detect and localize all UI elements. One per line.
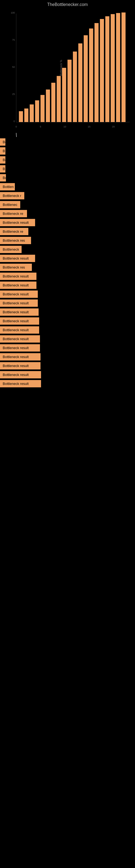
list-item: Bottleneck result: [0, 362, 135, 369]
list-item: B: [0, 147, 135, 155]
list-item: B: [0, 165, 135, 173]
svg-rect-18: [94, 23, 98, 122]
svg-rect-22: [116, 13, 120, 122]
list-item: Bo: [0, 174, 135, 182]
list-item: Bottleneck res: [0, 237, 135, 244]
svg-text:50: 50: [12, 66, 15, 68]
svg-line-34: [16, 133, 16, 137]
list-item: Bottleneck result: [0, 255, 135, 262]
list-item: Bottleneck result: [0, 290, 135, 298]
svg-rect-10: [51, 83, 55, 122]
list-item: Bottlenec: [0, 201, 135, 208]
svg-rect-14: [73, 52, 77, 122]
svg-rect-5: [24, 108, 28, 122]
bottleneck-result-label: Bo: [0, 174, 6, 182]
list-item: Bottleneck result: [0, 317, 135, 325]
bottleneck-result-label: Bottleneck re: [0, 228, 28, 235]
list-item: Bo: [0, 156, 135, 163]
list-item: Bottleneck result: [0, 219, 135, 226]
bottleneck-result-label: Bottleneck re: [0, 210, 27, 217]
bottleneck-result-label: B: [0, 147, 5, 155]
bottleneck-result-label: Bottleneck result: [0, 362, 41, 369]
bottleneck-result-label: Bottleneck r: [0, 192, 24, 199]
bottleneck-result-label: Bottleneck res: [0, 264, 32, 271]
bottleneck-result-label: Bottlen: [0, 183, 15, 190]
list-item: Bottleneck result: [0, 282, 135, 289]
bottleneck-result-label: Bottleneck result: [0, 219, 35, 226]
bottleneck-result-label: Bottleneck result: [0, 138, 5, 146]
bottleneck-result-label: Bottleneck result: [0, 335, 40, 343]
bottleneck-result-label: Bottleneck res: [0, 237, 31, 244]
svg-text:0: 0: [15, 125, 17, 128]
svg-text:25: 25: [12, 93, 15, 95]
svg-rect-11: [57, 76, 61, 122]
svg-text:75: 75: [12, 38, 15, 41]
list-item: Bottleneck result: [0, 335, 135, 343]
bottleneck-result-label: Bottleneck result: [0, 344, 40, 351]
list-item: Bottleneck result: [0, 326, 135, 334]
list-item: Bottleneck result: [0, 273, 135, 280]
bottleneck-result-label: Bottleneck result: [0, 273, 37, 280]
list-item: Bottleneck result: [0, 308, 135, 316]
svg-text:100: 100: [11, 11, 15, 14]
bottleneck-result-label: Bottleneck result: [0, 308, 39, 316]
svg-rect-20: [105, 16, 109, 122]
list-item: Bottleneck: [0, 246, 135, 253]
bottleneck-result-label: Bottlenec: [0, 201, 20, 208]
list-item: Bottlen: [0, 183, 135, 190]
svg-rect-7: [35, 100, 39, 122]
site-title: TheBottlenecker.com: [0, 0, 135, 8]
svg-rect-19: [100, 19, 104, 122]
chart-area: Bottleneck %: [0, 8, 135, 138]
bar-chart: Bottleneck %: [0, 8, 135, 138]
svg-rect-16: [84, 35, 88, 122]
svg-rect-8: [41, 95, 45, 122]
bottleneck-result-label: B: [0, 165, 5, 173]
svg-rect-6: [30, 104, 34, 122]
svg-text:20: 20: [112, 125, 115, 128]
list-item: Bottleneck result: [0, 138, 135, 146]
bottleneck-result-label: Bottleneck result: [0, 290, 38, 298]
bottleneck-result-label: Bottleneck result: [0, 300, 38, 307]
svg-text:5: 5: [40, 125, 41, 128]
svg-text:10: 10: [63, 125, 66, 128]
svg-rect-13: [68, 60, 72, 122]
bottleneck-result-label: Bottleneck result: [0, 380, 41, 388]
site-header: TheBottlenecker.com: [0, 0, 135, 8]
list-item: Bottleneck r: [0, 192, 135, 199]
bottleneck-result-label: Bottleneck result: [0, 255, 35, 262]
list-item: Bottleneck result: [0, 371, 135, 378]
list-item: Bottleneck result: [0, 344, 135, 351]
list-item: Bottleneck re: [0, 228, 135, 235]
bottleneck-results-list: Bottleneck resultBBoBBoBottlenBottleneck…: [0, 138, 135, 388]
svg-rect-4: [19, 111, 23, 122]
list-item: Bottleneck result: [0, 300, 135, 307]
svg-rect-15: [78, 43, 82, 122]
list-item: Bottleneck res: [0, 264, 135, 271]
bottleneck-result-label: Bottleneck result: [0, 282, 37, 289]
list-item: Bottleneck result: [0, 380, 135, 388]
bottleneck-result-label: Bottleneck result: [0, 353, 41, 361]
svg-rect-21: [111, 14, 115, 122]
svg-rect-23: [122, 12, 126, 122]
bottleneck-result-label: Bottleneck: [0, 246, 21, 253]
bottleneck-result-label: Bottleneck result: [0, 326, 39, 334]
svg-rect-17: [89, 29, 93, 122]
bottleneck-result-label: Bo: [0, 156, 5, 163]
list-item: Bottleneck re: [0, 210, 135, 217]
svg-rect-9: [46, 90, 50, 122]
list-item: Bottleneck result: [0, 353, 135, 361]
svg-text:15: 15: [88, 125, 90, 128]
svg-rect-12: [62, 68, 66, 122]
bottleneck-result-label: Bottleneck result: [0, 371, 41, 378]
svg-text:0: 0: [13, 120, 15, 123]
bottleneck-result-label: Bottleneck result: [0, 317, 39, 325]
